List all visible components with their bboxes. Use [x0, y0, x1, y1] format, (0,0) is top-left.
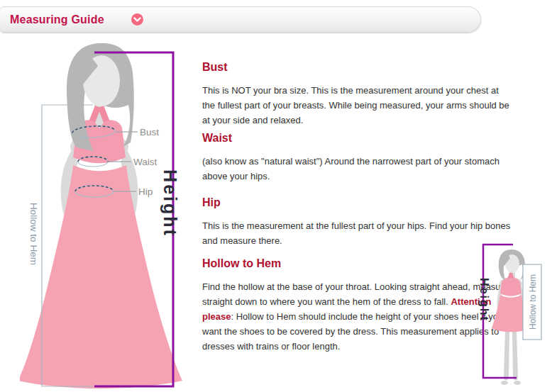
small-left-leg-shape	[504, 330, 509, 381]
waist-description: (also know as "natural waist") Around th…	[202, 154, 512, 184]
collapse-toggle-button[interactable]	[131, 13, 143, 26]
waist-label: Waist	[133, 157, 157, 167]
bust-label: Bust	[140, 127, 159, 138]
hollow-to-hem-vertical-label: Hollow to Hem	[28, 203, 39, 265]
small-left-foot-shape	[501, 381, 508, 385]
small-right-foot-shape	[514, 381, 521, 385]
bust-description: This is NOT your bra size. This is the m…	[202, 83, 512, 128]
section-bust: Bust This is NOT your bra size. This is …	[202, 61, 512, 128]
small-bodice-shape	[500, 278, 521, 296]
small-measuring-diagram: Height Hollow to Hem	[463, 234, 552, 392]
section-waist: Waist (also know as "natural waist") Aro…	[202, 132, 512, 184]
small-height-vertical-label: Height	[478, 278, 490, 322]
waist-heading: Waist	[202, 132, 512, 145]
small-hollow-to-hem-vertical-label: Hollow to Hem	[528, 274, 538, 330]
dress-skirt-shape	[20, 165, 182, 388]
bust-heading: Bust	[202, 61, 512, 74]
hollow-description-rest: : Hollow to Hem should include the heigh…	[202, 311, 503, 352]
large-measuring-diagram: Bust Waist Hip Hollow to Hem Height	[20, 39, 199, 392]
page-title: Measuring Guide	[10, 13, 104, 26]
height-vertical-label: Height	[160, 169, 180, 237]
chevron-down-icon	[133, 17, 141, 23]
hip-label: Hip	[138, 186, 153, 197]
woman-figure-large	[20, 43, 182, 388]
measuring-guide-header[interactable]: Measuring Guide	[0, 6, 481, 33]
hip-heading: Hip	[202, 196, 512, 209]
small-right-leg-shape	[512, 330, 518, 381]
